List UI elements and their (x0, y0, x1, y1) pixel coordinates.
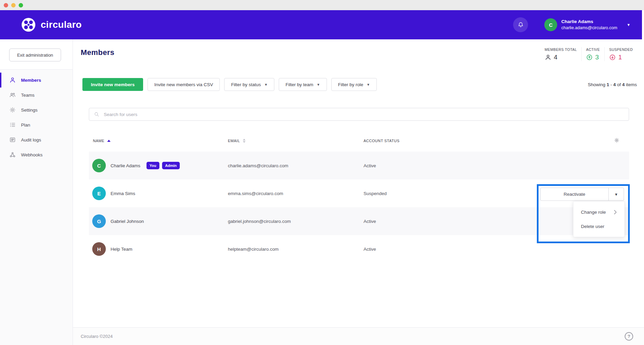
brand-name: circularo (41, 19, 82, 30)
people-group-icon (9, 92, 16, 98)
sidebar-item-teams[interactable]: Teams (0, 88, 73, 102)
gear-icon (9, 107, 16, 113)
admin-sidebar: Exit administration Members Team (0, 39, 73, 345)
member-name: Emma Sims (111, 191, 135, 196)
notifications-button[interactable] (513, 17, 528, 32)
table-settings-button[interactable] (614, 137, 620, 144)
filter-label: Filter by role (338, 82, 363, 87)
member-status: Active (364, 152, 376, 179)
close-window-icon[interactable] (4, 3, 8, 7)
stat-value: 4 (554, 54, 558, 61)
member-status: Active (364, 207, 376, 235)
column-header-name[interactable]: NAME (93, 139, 111, 143)
stat-label: ACTIVE (586, 47, 600, 52)
more-actions-toggle[interactable]: ▼ (608, 188, 624, 200)
member-email: emma.sims@circularo.com (228, 179, 283, 207)
avatar: E (92, 187, 106, 200)
menu-item-label: Delete user (581, 224, 604, 229)
maximize-window-icon[interactable] (19, 3, 23, 7)
bell-icon (517, 21, 524, 28)
scrollbar-track (642, 10, 644, 39)
page-title: Members (81, 48, 114, 57)
you-badge: You (147, 162, 159, 169)
filter-label: Filter by status (231, 82, 261, 87)
column-label: EMAIL (228, 139, 240, 143)
menu-item-change-role[interactable]: Change role (573, 205, 624, 219)
chevron-down-icon: ▼ (627, 23, 630, 27)
column-header-email[interactable]: EMAIL (228, 139, 246, 143)
reactivate-button[interactable]: Reactivate (541, 188, 608, 200)
invite-via-csv-button[interactable]: Invite new members via CSV (148, 78, 220, 91)
table-row: H Help Team helpteam@circularo.com Activ… (89, 235, 629, 263)
sidebar-item-members[interactable]: Members (0, 73, 73, 88)
member-email: gabriel.johnson@circularo.com (228, 207, 291, 235)
filter-by-team-dropdown[interactable]: Filter by team ▼ (279, 78, 327, 91)
member-status: Active (364, 235, 376, 263)
sidebar-menu: Members Teams Settings (0, 70, 73, 345)
window-titlebar (0, 0, 644, 10)
column-header-account-status: ACCOUNT STATUS (364, 139, 399, 143)
user-menu[interactable]: C Charlie Adams charlie.adams@circularo.… (544, 18, 630, 31)
members-toolbar: Invite new members Invite new members vi… (82, 78, 637, 91)
exit-administration-button[interactable]: Exit administration (9, 49, 61, 61)
sidebar-item-settings[interactable]: Settings (0, 102, 73, 117)
chevron-down-icon: ▼ (317, 83, 320, 87)
page-footer: Circularo ©2024 ? (73, 327, 644, 345)
admin-badge: Admin (162, 162, 180, 169)
member-email: helpteam@circularo.com (228, 235, 279, 263)
sidebar-item-label: Teams (21, 93, 35, 98)
column-label: NAME (93, 139, 104, 143)
webhook-icon (9, 151, 16, 158)
arrow-up-circle-icon (586, 54, 593, 61)
help-button[interactable]: ? (625, 332, 633, 341)
arrow-down-circle-icon (609, 54, 616, 61)
table-row: C Charlie Adams You Admin charlie.adams@… (89, 152, 629, 179)
stat-value: 3 (595, 54, 599, 61)
search-input[interactable] (103, 112, 624, 117)
stat-value: 1 (618, 54, 622, 61)
sidebar-item-audit-logs[interactable]: Audit logs (0, 132, 73, 147)
chevron-right-icon (614, 210, 617, 214)
sidebar-item-label: Audit logs (21, 137, 41, 142)
pagination-summary: Showing 1 - 4 of 4 items (588, 82, 637, 87)
sidebar-item-webhooks[interactable]: Webhooks (0, 147, 73, 162)
exit-administration-section: Exit administration (0, 39, 73, 70)
chevron-down-icon: ▼ (264, 83, 268, 87)
member-email: charlie.adams@circularo.com (228, 152, 288, 179)
member-status: Suspended (364, 179, 387, 207)
sidebar-item-label: Members (21, 78, 41, 83)
audit-log-icon (9, 136, 16, 143)
reactivate-split-button[interactable]: Reactivate ▼ (540, 188, 624, 201)
stat-members-total: MEMBERS TOTAL 4 (540, 47, 581, 61)
avatar: C (92, 159, 106, 172)
copyright-text: Circularo ©2024 (81, 334, 113, 339)
filter-by-status-dropdown[interactable]: Filter by status ▼ (224, 78, 274, 91)
search-icon (94, 111, 100, 117)
stat-label: SUSPENDED (609, 47, 633, 52)
avatar: H (92, 242, 106, 256)
brand-logo[interactable]: circularo (21, 17, 82, 32)
stat-suspended: SUSPENDED 1 (604, 47, 637, 61)
list-icon (9, 121, 16, 128)
invite-new-members-button[interactable]: Invite new members (82, 78, 143, 91)
sort-icon (243, 139, 246, 143)
sort-ascending-icon (107, 140, 111, 142)
user-name: Charlie Adams (561, 19, 617, 25)
sidebar-item-label: Settings (21, 108, 38, 113)
menu-item-delete-user[interactable]: Delete user (573, 219, 624, 233)
member-name: Help Team (111, 247, 132, 252)
member-name: Charlie Adams (111, 163, 140, 168)
sidebar-item-plan[interactable]: Plan (0, 117, 73, 132)
table-row: G Gabriel Johnson gabriel.johnson@circul… (89, 207, 629, 235)
sidebar-item-label: Webhooks (21, 152, 43, 157)
avatar: G (92, 214, 106, 228)
circularo-logo-icon (21, 17, 36, 32)
chevron-down-icon: ▼ (367, 83, 370, 87)
member-stats: MEMBERS TOTAL 4 ACTIVE (540, 47, 637, 61)
minimize-window-icon[interactable] (11, 3, 16, 7)
member-name: Gabriel Johnson (111, 219, 144, 224)
app-header: circularo C Charlie Adams charlie.adams@… (0, 10, 644, 39)
filter-by-role-dropdown[interactable]: Filter by role ▼ (331, 78, 377, 91)
main-content: Members MEMBERS TOTAL 4 ACTIVE (73, 39, 644, 345)
column-label: ACCOUNT STATUS (364, 139, 399, 143)
